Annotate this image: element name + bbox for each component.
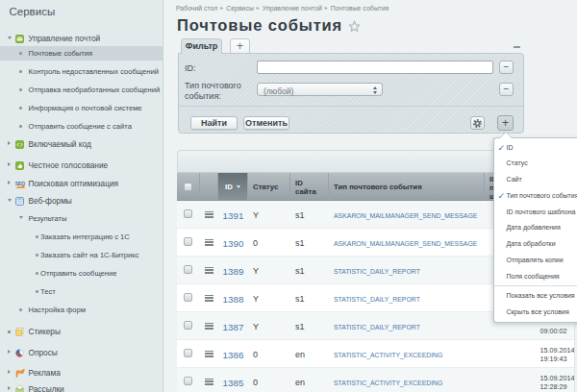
sidebar-item[interactable]: Отправить сообщение с сайта <box>0 117 163 135</box>
cancel-button[interactable]: Отменить <box>243 116 289 130</box>
sidebar-item[interactable]: Веб-формы <box>0 192 163 210</box>
row-id-link[interactable]: 1388 <box>218 293 248 304</box>
row-menu-icon[interactable] <box>205 267 213 276</box>
bullet-icon <box>19 52 22 55</box>
row-menu-icon[interactable] <box>205 379 213 387</box>
chevron-down-icon[interactable] <box>19 216 23 219</box>
menu-item-unchecked[interactable]: Статус <box>494 156 577 172</box>
row-type-link[interactable]: ASKARON_MAILMANAGER_SEND_MESSAGE <box>334 211 477 218</box>
chevron-down-icon[interactable] <box>8 199 12 202</box>
column-header-id[interactable]: ID <box>218 173 248 202</box>
table-cell-template <box>485 340 535 368</box>
menu-item-unchecked[interactable]: Поля сообщения <box>494 269 577 285</box>
row-id-link[interactable]: 1389 <box>218 265 248 276</box>
row-menu-icon[interactable] <box>205 323 213 331</box>
sidebar-item[interactable]: Отправка необработанных сообщений <box>0 81 163 99</box>
burger-bar <box>205 323 213 324</box>
collapse-filter-icon[interactable] <box>514 46 520 48</box>
menu-item-unchecked[interactable]: ID почтового шаблона <box>494 205 577 221</box>
menu-action[interactable]: Показать все условия <box>494 288 577 305</box>
find-button-label: Найти <box>201 118 227 128</box>
breadcrumb-item[interactable]: Почтовые события <box>331 5 389 12</box>
chevron-right-icon[interactable] <box>8 350 11 354</box>
row-checkbox[interactable] <box>184 265 192 274</box>
remove-id-field-button[interactable]: − <box>499 61 514 74</box>
row-menu-icon[interactable] <box>205 351 213 359</box>
checkbox-column-header[interactable] <box>177 173 200 202</box>
menu-item-checked[interactable]: ✓Тип почтового события <box>494 188 577 205</box>
row-type-link[interactable]: STATISTIC_ACTIVITY_EXCEEDING <box>334 379 442 385</box>
sidebar-item[interactable]: Заказать сайт на 1С-Битрикс <box>0 246 163 264</box>
sidebar-item[interactable]: Честное голосование <box>0 157 163 175</box>
remove-type-field-button[interactable]: − <box>499 83 514 96</box>
table-cell-type: ASKARON_MAILMANAGER_SEND_MESSAGE <box>329 201 492 229</box>
row-checkbox[interactable] <box>184 321 192 330</box>
row-id-link[interactable]: 1387 <box>218 321 248 331</box>
row-type-link[interactable]: STATISTIC_ACTIVITY_EXCEEDING <box>334 351 442 357</box>
sidebar-item[interactable]: Отправить сообщение <box>0 264 163 282</box>
sidebar-item[interactable]: Настройка форм <box>0 301 163 319</box>
row-type-link[interactable]: STATISTIC_DAILY_REPORT <box>334 295 420 302</box>
bullet-icon <box>19 107 22 110</box>
sidebar-item[interactable]: Почтовые события <box>0 46 163 61</box>
row-menu-icon[interactable] <box>205 211 213 220</box>
chevron-right-icon[interactable] <box>8 141 11 145</box>
chevron-right-icon[interactable] <box>8 162 11 166</box>
row-id-link[interactable]: 1386 <box>218 349 248 359</box>
sidebar-item[interactable]: Включаемый код <box>0 135 163 154</box>
sidebar-item[interactable]: Контроль недоставленных сообщений <box>0 62 163 81</box>
column-header-type[interactable]: Тип почтового события <box>329 173 485 202</box>
row-menu-icon[interactable] <box>205 295 213 304</box>
sidebar-item[interactable]: Заказать интеграцию с 1С <box>0 228 163 246</box>
add-filter-field-button[interactable]: + <box>497 115 514 131</box>
menu-item-checked[interactable]: ✓ID <box>494 140 577 157</box>
row-type-link[interactable]: STATISTIC_DAILY_REPORT <box>334 267 420 274</box>
chevron-right-icon[interactable] <box>8 370 11 374</box>
table-cell-id: 1385 <box>218 368 248 392</box>
filter-settings-button[interactable] <box>470 116 485 130</box>
breadcrumb-item[interactable]: Рабочий стол <box>176 5 217 12</box>
column-header-site[interactable]: IDсайта <box>290 173 329 202</box>
filter-tab[interactable]: Фильтр <box>181 38 222 54</box>
row-checkbox[interactable] <box>184 209 192 218</box>
row-type-link[interactable]: ASKARON_MAILMANAGER_SEND_MESSAGE <box>334 239 477 246</box>
menu-item-label: Отправлять копии <box>507 253 564 269</box>
row-checkbox[interactable] <box>184 349 192 357</box>
sidebar-item[interactable]: SEOПоисковая оптимизация <box>0 175 163 193</box>
row-checkbox[interactable] <box>184 237 192 246</box>
chevron-right-icon[interactable] <box>8 181 11 184</box>
id-field-input[interactable] <box>257 61 493 74</box>
sidebar-item[interactable]: Результаты <box>0 209 163 228</box>
sidebar-item[interactable]: Опросы <box>0 344 163 362</box>
breadcrumb-item[interactable]: Управление почтой <box>263 5 322 12</box>
breadcrumb-item[interactable]: Сервисы <box>226 5 254 12</box>
sidebar-item[interactable]: Тест <box>0 282 163 301</box>
row-id-link[interactable]: 1391 <box>218 209 248 220</box>
menu-action[interactable]: Скрыть все условия <box>494 305 577 321</box>
menu-item-unchecked[interactable]: Сайт <box>494 172 577 188</box>
chevron-down-icon[interactable] <box>8 37 12 39</box>
row-checkbox[interactable] <box>184 377 192 385</box>
sidebar-item[interactable]: Рассылки <box>0 380 163 392</box>
row-type-link[interactable]: STATISTIC_DAILY_REPORT <box>334 323 420 330</box>
find-button[interactable]: Найти <box>190 116 238 130</box>
bullet-icon <box>19 308 22 311</box>
menu-item-unchecked[interactable]: Отправлять копии <box>494 253 577 269</box>
table-cell-status: 0 <box>248 340 290 368</box>
event-type-select[interactable]: (любой) <box>257 83 383 96</box>
column-header-status[interactable]: Статус <box>248 173 290 202</box>
bullet-icon <box>19 125 22 128</box>
row-menu-icon[interactable] <box>205 239 213 248</box>
sidebar-item[interactable]: Информация о почтовой системе <box>0 99 163 117</box>
menu-item-unchecked[interactable]: Дата добавления <box>494 220 577 236</box>
select-all-checkbox[interactable] <box>184 183 192 191</box>
row-id-link[interactable]: 1390 <box>218 237 248 248</box>
table-cell-checkbox <box>177 201 200 229</box>
menu-item-unchecked[interactable]: Дата обработки <box>494 236 577 253</box>
row-id-link[interactable]: 1385 <box>218 377 248 387</box>
chevron-right-icon[interactable] <box>8 386 11 390</box>
sidebar-item[interactable]: Стикеры <box>0 323 163 341</box>
favorite-star-icon[interactable] <box>348 20 361 33</box>
row-checkbox[interactable] <box>184 293 192 302</box>
add-filter-tab-button[interactable]: + <box>230 38 250 53</box>
